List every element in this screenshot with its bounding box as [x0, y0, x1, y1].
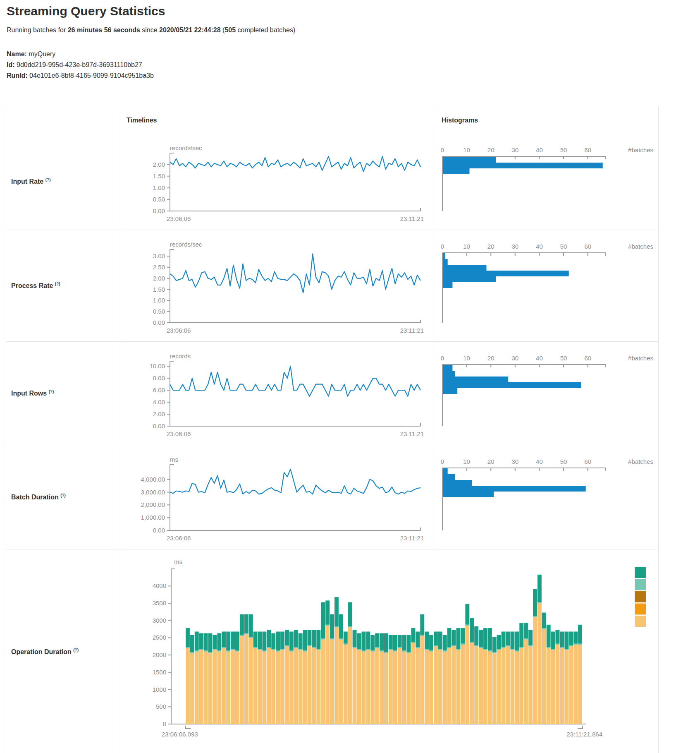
svg-text:60: 60	[584, 355, 591, 362]
svg-text:2.00: 2.00	[153, 161, 165, 168]
svg-text:0: 0	[163, 720, 166, 727]
svg-text:23:06:06: 23:06:06	[167, 535, 191, 542]
statistics-table: Timelines Histograms Input Rate (?)recor…	[6, 107, 659, 753]
svg-text:0.00: 0.00	[153, 207, 165, 214]
svg-text:3500: 3500	[153, 600, 166, 607]
id-value: 9d0dd219-995d-423e-b97d-36931110bb27	[17, 61, 142, 68]
query-runid-line: RunId: 04e101e6-8bf8-4165-9099-9104c951b…	[7, 70, 154, 81]
running-batches-summary: Running batches for 26 minutes 56 second…	[7, 26, 295, 34]
svg-text:40: 40	[536, 146, 543, 153]
svg-text:0: 0	[441, 355, 444, 362]
histogram-cell: 0102030405060#batches	[436, 230, 658, 341]
help-marker[interactable]: (?)	[45, 177, 51, 182]
runid-value: 04e101e6-8bf8-4165-9099-9104c951ba3b	[29, 72, 154, 79]
svg-text:23:11:21: 23:11:21	[400, 327, 424, 334]
svg-text:0: 0	[441, 146, 444, 153]
svg-text:30: 30	[511, 458, 518, 465]
timeline-axes: ms4,000.003,000.002,000.001,000.000.0023…	[141, 456, 424, 542]
timeline-cell: records/sec2.001.501.000.500.0023:06:062…	[121, 134, 436, 230]
operation-stacked-bars	[186, 575, 582, 724]
timeline-series-line	[170, 469, 420, 494]
svg-text:2000: 2000	[153, 651, 166, 658]
svg-text:1.50: 1.50	[153, 286, 165, 293]
histogram-axes: 0102030405060#batches	[441, 355, 653, 426]
metric-row-operation-duration: Operation Duration (?)ms4000350030002500…	[6, 549, 658, 753]
svg-text:30: 30	[511, 243, 518, 250]
svg-text:1500: 1500	[153, 669, 166, 676]
svg-text:23:06:06: 23:06:06	[167, 327, 191, 334]
svg-text:40: 40	[536, 243, 543, 250]
svg-text:0.00: 0.00	[153, 319, 165, 326]
timeline-series-line	[170, 156, 420, 172]
legend-swatch	[635, 604, 646, 615]
metric-label-cell: Process Rate (?)	[6, 230, 121, 341]
svg-text:23:06:06: 23:06:06	[167, 215, 191, 222]
svg-text:0.00: 0.00	[153, 527, 165, 534]
svg-text:2.00: 2.00	[153, 275, 165, 282]
svg-text:23:06:06: 23:06:06	[167, 430, 191, 437]
svg-text:10: 10	[463, 458, 470, 465]
svg-text:23:11:21: 23:11:21	[400, 215, 424, 222]
timeline-chart-batch-duration: ms4,000.003,000.002,000.001,000.000.0023…	[121, 445, 435, 549]
query-id-line: Id: 9d0dd219-995d-423e-b97d-36931110bb27	[7, 60, 154, 70]
timeline-series-line	[170, 254, 420, 293]
svg-text:50: 50	[560, 458, 567, 465]
header-empty-cell	[6, 107, 121, 134]
svg-text:20: 20	[487, 355, 495, 362]
legend-swatch	[635, 567, 646, 578]
svg-text:ms: ms	[174, 558, 182, 565]
histogram-bars	[443, 365, 581, 394]
name-label: Name:	[7, 50, 27, 58]
svg-text:4.00: 4.00	[153, 398, 165, 405]
histogram-chart-process-rate: 0102030405060#batches	[436, 230, 658, 341]
svg-text:ms: ms	[170, 456, 178, 463]
timeline-axes: records/sec2.001.501.000.500.0023:06:062…	[153, 144, 424, 222]
histogram-bars	[443, 253, 569, 288]
svg-text:6.00: 6.00	[153, 386, 165, 393]
svg-text:20: 20	[487, 458, 495, 465]
summary-text: Running batches for	[7, 26, 68, 34]
svg-text:3000: 3000	[153, 617, 166, 624]
metric-label-cell: Input Rate (?)	[6, 134, 121, 230]
metric-label: Batch Duration (?)	[11, 493, 66, 501]
svg-text:0.00: 0.00	[153, 422, 165, 429]
metric-row-input-rate: Input Rate (?)records/sec2.001.501.000.5…	[6, 134, 658, 230]
histogram-chart-input-rows: 0102030405060#batches	[436, 342, 658, 445]
svg-text:2,000.00: 2,000.00	[141, 501, 165, 508]
help-marker[interactable]: (?)	[55, 282, 60, 286]
timeline-chart-input-rows: records10.008.006.004.002.000.0023:06:06…	[121, 342, 435, 445]
svg-text:3,000.00: 3,000.00	[141, 489, 165, 496]
svg-text:#batches: #batches	[628, 146, 653, 153]
timeline-series-line	[170, 366, 420, 396]
summary-start-time: 2020/05/21 22:44:28	[159, 26, 221, 34]
svg-text:40: 40	[536, 355, 543, 362]
runid-label: RunId:	[7, 72, 28, 79]
table-header-row: Timelines Histograms	[6, 107, 658, 134]
column-header-histograms: Histograms	[436, 107, 658, 134]
svg-text:1.50: 1.50	[153, 173, 165, 180]
metric-label-cell: Operation Duration (?)	[6, 549, 121, 753]
page-title: Streaming Query Statistics	[7, 4, 165, 18]
svg-text:23:11:21.864: 23:11:21.864	[567, 731, 602, 738]
svg-text:#batches: #batches	[628, 458, 653, 465]
legend-swatch	[635, 591, 646, 602]
help-marker[interactable]: (?)	[73, 648, 79, 652]
histogram-axes: 0102030405060#batches	[441, 146, 653, 211]
metric-row-input-rows: Input Rows (?)records10.008.006.004.002.…	[6, 341, 658, 445]
svg-text:0.50: 0.50	[153, 196, 165, 203]
histogram-chart-input-rate: 0102030405060#batches	[436, 134, 658, 230]
svg-text:10: 10	[463, 243, 470, 250]
histogram-axes: 0102030405060#batches	[441, 243, 653, 323]
svg-text:1.00: 1.00	[153, 184, 165, 191]
help-marker[interactable]: (?)	[49, 389, 54, 394]
svg-text:records/sec: records/sec	[170, 241, 202, 248]
svg-text:23:11:21: 23:11:21	[400, 430, 424, 437]
svg-text:4,000.00: 4,000.00	[141, 476, 165, 483]
query-name-line: Name: myQuery	[7, 49, 154, 60]
metric-label-cell: Batch Duration (?)	[6, 445, 121, 549]
svg-text:23:06:06.093: 23:06:06.093	[162, 731, 198, 738]
help-marker[interactable]: (?)	[60, 493, 66, 498]
svg-text:40: 40	[536, 458, 543, 465]
svg-text:1000: 1000	[153, 686, 166, 693]
svg-text:500: 500	[156, 703, 166, 710]
